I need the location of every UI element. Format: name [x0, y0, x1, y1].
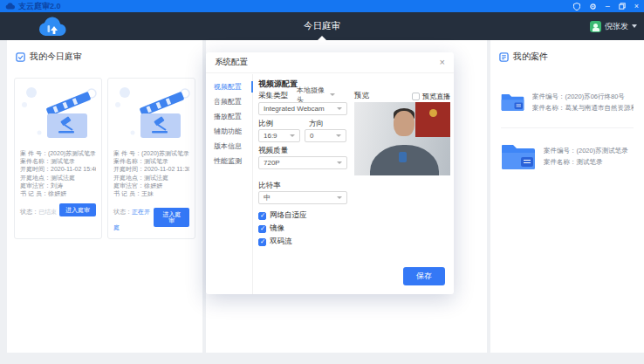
chevron-down-icon: [290, 134, 295, 137]
preview-label: 预览: [354, 91, 369, 101]
enter-trial-button[interactable]: 进入庭审: [59, 203, 96, 216]
ratio-select[interactable]: 16:9: [258, 129, 300, 142]
case-number: 案 件 号：(2020)苏测试笔录: [20, 149, 96, 157]
quality-label: 视频质量: [258, 146, 288, 156]
chevron-down-icon: [330, 93, 335, 96]
webcam-preview: [354, 102, 450, 175]
case-list-item[interactable]: 案件编号：(2020)苏06行终80号 案件名称：葛某与南通市自然资源和规划…: [501, 87, 634, 116]
case-list-item[interactable]: 案件编号：(2020)苏测试笔录 案件名称：测试笔录: [501, 141, 634, 170]
close-icon[interactable]: ×: [440, 58, 445, 67]
status-value: 已结束: [38, 209, 57, 215]
folder-icon: [501, 141, 536, 170]
chevron-down-icon: [632, 24, 637, 28]
navbar: 今日庭审 倪张发: [0, 12, 644, 40]
red-backdrop: [415, 102, 450, 137]
tab-accessibility[interactable]: 辅助功能: [206, 124, 252, 139]
person-head: [394, 111, 414, 136]
bitrate-select[interactable]: 中: [258, 191, 347, 204]
chevron-down-icon: [336, 134, 341, 137]
close-icon[interactable]: ×: [634, 0, 639, 12]
tab-today-trial[interactable]: 今日庭审: [0, 12, 644, 40]
device-select[interactable]: Integrated Webcam: [258, 102, 347, 115]
shield-icon[interactable]: [573, 3, 580, 10]
chevron-down-icon: [337, 196, 342, 199]
dual-stream-checkbox[interactable]: 双码流: [258, 237, 292, 247]
trial-place: 开庭地点：测试法庭: [113, 174, 189, 182]
modal-header: 系统配置 ×: [206, 52, 454, 73]
emblem: [429, 109, 437, 117]
case-number: 案件编号：(2020)苏06行终80号: [532, 91, 634, 102]
cases-panel-header: 我的案件: [499, 51, 635, 63]
tab-video-config[interactable]: 视频配置: [206, 79, 252, 94]
mirror-checkbox[interactable]: 镜像: [258, 223, 284, 234]
modal-title: 系统配置: [215, 57, 248, 68]
today-trials-panel: 我的今日庭审: [7, 40, 202, 353]
today-panel-title: 我的今日庭审: [30, 51, 82, 63]
restore-icon[interactable]: [619, 3, 626, 10]
person-collar: [399, 152, 407, 162]
case-name: 案件名称：测试笔录: [113, 157, 189, 165]
app-cloud-icon: [5, 3, 15, 10]
trial-time: 开庭时间：2020-11-02 15:46:00: [20, 165, 96, 173]
system-config-modal: 系统配置 × 视频配置 音频配置 播放配置 辅助功能 版本信息 性能监测 视频源…: [206, 52, 454, 294]
my-cases-panel: 我的案件 案件编号：(2020)苏06行终80号 案件名称：葛某与南通市自然资源…: [490, 40, 644, 353]
bottom-strip: [0, 353, 644, 364]
direction-select[interactable]: 0: [305, 129, 346, 142]
checkbox-icon[interactable]: [258, 238, 266, 246]
checkbox-icon[interactable]: [258, 225, 266, 233]
bitrate-label: 比特率: [258, 181, 281, 191]
tab-playback-config[interactable]: 播放配置: [206, 109, 252, 124]
clapperboard-illustration: [108, 79, 195, 147]
trial-judge: 庭审法官：刘涛: [20, 182, 96, 189]
chevron-down-icon: [337, 107, 342, 110]
checkbox-icon[interactable]: [412, 93, 420, 100]
trial-card: 案 件 号：(2020)苏测试笔录 案件名称：测试笔录 开庭时间：2020-11…: [14, 78, 102, 239]
trial-clerk: 书 记 员：王妹: [113, 189, 189, 197]
titlebar: 支云庭审2.0 – ×: [0, 0, 644, 12]
capture-type-label: 采集类型: [258, 91, 288, 101]
cases-panel-icon: [499, 52, 509, 62]
trial-judge: 庭审法官：徐妍妍: [113, 182, 189, 189]
trials-panel-icon: [16, 52, 25, 62]
case-number: 案 件 号：(2020)苏测试笔录: [113, 149, 189, 157]
clapperboard-illustration: [15, 79, 101, 147]
user-menu[interactable]: 倪张发: [590, 12, 637, 40]
app-window: 支云庭审2.0 – × 今日庭审 倪张发: [0, 0, 644, 364]
config-tab-list: 视频配置 音频配置 播放配置 辅助功能 版本信息 性能监测: [206, 74, 253, 294]
trial-place: 开庭地点：测试法庭: [20, 174, 96, 182]
trial-clerk: 书 记 员：徐妍妍: [20, 189, 96, 197]
video-source-section-title: 视频源配置: [258, 79, 298, 90]
trial-card: 案 件 号：(2020)苏测试笔录 案件名称：测试笔录 开庭时间：2020-11…: [107, 78, 195, 239]
status-label: 状态：: [20, 209, 38, 215]
gear-icon[interactable]: [589, 3, 597, 10]
enter-trial-button[interactable]: 进入庭审: [154, 208, 189, 227]
preview-live-checkbox[interactable]: 预览直播: [412, 92, 450, 101]
checkbox-icon[interactable]: [258, 212, 266, 220]
tab-today-trial-label: 今日庭审: [304, 20, 340, 32]
capture-type-select[interactable]: 本地摄像头: [291, 89, 340, 100]
status-label: 状态：: [113, 209, 132, 215]
cases-panel-title: 我的案件: [513, 51, 548, 63]
folder-icon: [501, 87, 524, 116]
divider: [501, 127, 634, 128]
chevron-down-icon: [337, 161, 342, 164]
case-name: 案件名称：测试笔录: [544, 156, 628, 168]
tab-audio-config[interactable]: 音频配置: [206, 94, 252, 109]
case-name: 案件名称：测试笔录: [20, 157, 96, 165]
ratio-label: 比例: [258, 119, 273, 129]
network-adaptive-checkbox[interactable]: 网络自适应: [258, 210, 307, 221]
save-button[interactable]: 保存: [403, 267, 445, 285]
case-name: 案件名称：葛某与南通市自然资源和规划…: [532, 102, 634, 113]
quality-select[interactable]: 720P: [258, 156, 347, 169]
tab-performance[interactable]: 性能监测: [206, 154, 252, 168]
minimize-icon[interactable]: –: [606, 0, 610, 12]
avatar: [590, 21, 601, 32]
user-name: 倪张发: [605, 21, 628, 32]
case-number: 案件编号：(2020)苏测试笔录: [544, 145, 628, 156]
trial-time: 开庭时间：2020-11-02 11:30:00: [113, 165, 189, 173]
window-title: 支云庭审2.0: [18, 0, 61, 12]
today-panel-header: 我的今日庭审: [16, 51, 194, 63]
direction-label: 方向: [309, 119, 324, 129]
tab-version-info[interactable]: 版本信息: [206, 139, 252, 154]
